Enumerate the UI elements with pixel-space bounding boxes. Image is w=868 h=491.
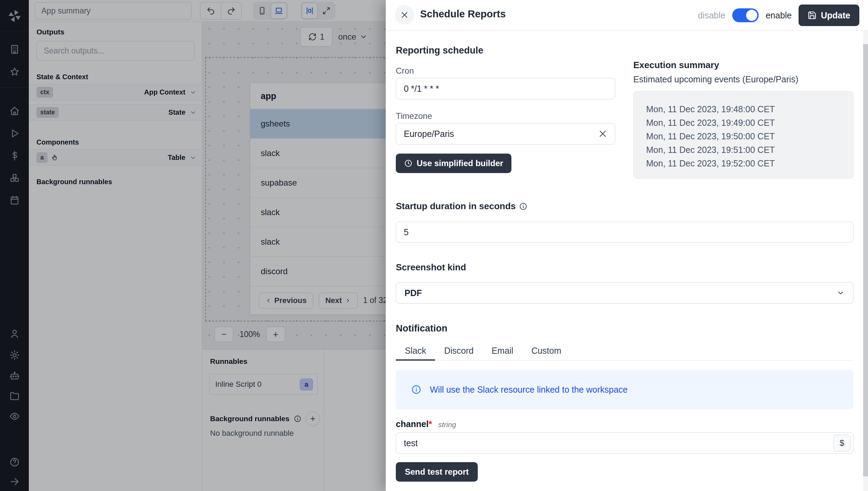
toggle-on-label: enable <box>766 10 792 21</box>
chevron-down-icon <box>836 289 845 297</box>
tab-discord[interactable]: Discord <box>435 342 483 361</box>
execution-summary-title: Execution summary <box>633 60 719 71</box>
schedule-reports-drawer: Schedule Reports disable enable Update R… <box>386 0 868 491</box>
channel-input[interactable] <box>396 432 853 454</box>
required-asterisk: * <box>428 419 432 429</box>
enable-toggle[interactable] <box>732 8 759 22</box>
update-button[interactable]: Update <box>799 5 859 26</box>
screenshot-kind-value: PDF <box>404 288 422 298</box>
screenshot-kind-label: Screenshot kind <box>396 262 466 273</box>
insert-variable-button[interactable]: $ <box>833 435 851 451</box>
drawer-header-actions: disable enable Update <box>698 0 859 31</box>
notification-title: Notification <box>396 323 448 334</box>
channel-field-label: channel * string <box>396 419 456 429</box>
use-simplified-builder-button[interactable]: Use simplified builder <box>396 154 511 173</box>
close-drawer-button[interactable] <box>395 5 414 25</box>
toggle-off-label: disable <box>698 10 725 21</box>
tab-email[interactable]: Email <box>483 342 523 361</box>
startup-duration-label: Startup duration in seconds <box>396 201 527 212</box>
cron-label: Cron <box>396 66 414 76</box>
reporting-schedule-title: Reporting schedule <box>396 45 483 56</box>
channel-input-wrap: $ <box>396 432 853 454</box>
startup-duration-input[interactable] <box>396 222 853 243</box>
drawer-scrollbar-thumb[interactable] <box>863 44 868 476</box>
event-item: Mon, 11 Dec 2023, 19:52:00 CET <box>646 157 853 170</box>
event-item: Mon, 11 Dec 2023, 19:49:00 CET <box>646 116 853 130</box>
alert-text: Will use the Slack resource linked to th… <box>430 385 628 395</box>
upcoming-events-box: Mon, 11 Dec 2023, 19:48:00 CET Mon, 11 D… <box>633 91 853 179</box>
screen: Outputs State & Context ctx App Context … <box>0 0 868 491</box>
close-icon <box>400 11 409 19</box>
event-item: Mon, 11 Dec 2023, 19:50:00 CET <box>646 130 853 143</box>
send-test-report-button[interactable]: Send test report <box>396 462 478 482</box>
save-icon <box>808 11 817 20</box>
event-item: Mon, 11 Dec 2023, 19:51:00 CET <box>646 143 853 157</box>
channel-type: string <box>438 420 456 429</box>
cron-input[interactable] <box>396 78 615 99</box>
info-icon <box>519 202 527 211</box>
tab-custom[interactable]: Custom <box>522 342 570 361</box>
screenshot-kind-select[interactable]: PDF <box>396 282 853 304</box>
event-item: Mon, 11 Dec 2023, 19:48:00 CET <box>646 103 853 116</box>
timezone-input[interactable] <box>396 123 615 145</box>
drawer-title: Schedule Reports <box>420 8 506 20</box>
execution-summary-subtitle: Estimated upcoming events (Europe/Paris) <box>633 74 798 84</box>
tab-slack[interactable]: Slack <box>396 342 435 361</box>
slack-info-alert: Will use the Slack resource linked to th… <box>396 370 853 409</box>
clock-icon <box>404 159 412 167</box>
notification-tabs: Slack Discord Email Custom <box>396 342 853 361</box>
drawer-backdrop[interactable] <box>0 0 386 491</box>
timezone-label: Timezone <box>396 111 432 121</box>
info-icon <box>411 384 422 395</box>
clear-timezone-icon[interactable] <box>598 129 607 138</box>
drawer-header: Schedule Reports disable enable Update <box>386 0 868 31</box>
